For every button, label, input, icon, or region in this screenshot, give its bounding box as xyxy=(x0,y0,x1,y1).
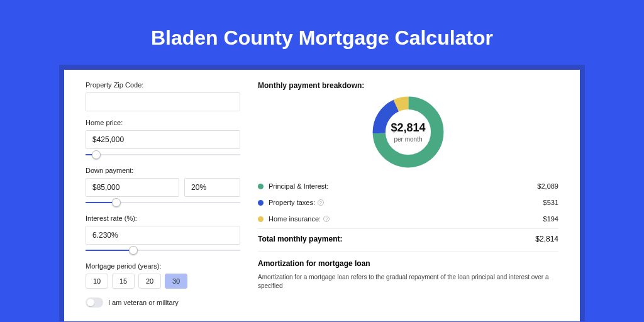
veteran-row: I am veteran or military xyxy=(86,297,240,308)
legend-label-text: Home insurance: xyxy=(269,215,321,223)
home-price-slider[interactable] xyxy=(86,150,240,159)
zip-input[interactable] xyxy=(86,92,240,111)
veteran-toggle[interactable] xyxy=(86,297,103,308)
home-price-label: Home price: xyxy=(86,119,240,126)
interest-input[interactable] xyxy=(86,226,240,245)
legend-list: Principal & Interest:$2,089Property taxe… xyxy=(258,178,558,227)
calculator-card: Property Zip Code: Home price: Down paym… xyxy=(64,70,580,321)
donut-sub: per month xyxy=(391,136,425,143)
legend-dot-icon xyxy=(258,216,264,222)
legend-value: $531 xyxy=(543,199,558,206)
amortization-section: Amortization for mortgage loan Amortizat… xyxy=(258,251,558,291)
legend-row: Property taxes:?$531 xyxy=(258,194,558,211)
period-group: Mortgage period (years): 10152030 xyxy=(86,262,240,289)
legend-row: Home insurance:?$194 xyxy=(258,211,558,227)
legend-value: $2,089 xyxy=(537,182,558,190)
zip-label: Property Zip Code: xyxy=(86,81,240,89)
period-option-20[interactable]: 20 xyxy=(138,274,161,289)
outer-band: Property Zip Code: Home price: Down paym… xyxy=(59,65,585,321)
period-label: Mortgage period (years): xyxy=(86,262,240,270)
interest-slider[interactable] xyxy=(86,246,240,255)
legend-dot-icon xyxy=(258,200,264,206)
period-options: 10152030 xyxy=(86,274,240,289)
down-payment-slider[interactable] xyxy=(86,198,240,207)
down-payment-pct-input[interactable] xyxy=(184,178,240,197)
legend-dot-icon xyxy=(258,184,264,189)
breakdown-title: Monthly payment breakdown: xyxy=(258,81,558,90)
veteran-label: I am veteran or military xyxy=(108,299,179,306)
legend-label: Principal & Interest: xyxy=(269,182,537,190)
down-payment-group: Down payment: xyxy=(86,167,240,207)
total-label: Total monthly payment: xyxy=(258,235,535,243)
period-option-30[interactable]: 30 xyxy=(165,274,187,289)
amortization-body: Amortization for a mortgage loan refers … xyxy=(258,273,558,291)
legend-value: $194 xyxy=(543,215,558,223)
home-price-input[interactable] xyxy=(86,130,240,149)
donut-chart: $2,814 per month xyxy=(258,94,558,170)
period-option-15[interactable]: 15 xyxy=(112,274,135,289)
period-option-10[interactable]: 10 xyxy=(86,274,108,289)
interest-label: Interest rate (%): xyxy=(86,214,240,222)
breakdown-panel: Monthly payment breakdown: $2,814 per mo… xyxy=(258,81,558,321)
total-row: Total monthly payment: $2,814 xyxy=(258,228,558,243)
donut-amount: $2,814 xyxy=(391,121,425,135)
info-icon[interactable]: ? xyxy=(323,216,330,222)
zip-group: Property Zip Code: xyxy=(86,81,240,111)
legend-label: Property taxes:? xyxy=(269,199,543,206)
down-payment-label: Down payment: xyxy=(86,167,240,174)
legend-label-text: Principal & Interest: xyxy=(269,182,328,190)
legend-label: Home insurance:? xyxy=(269,215,543,223)
page-title: Bladen County Mortgage Calculator xyxy=(0,0,644,65)
down-payment-amount-input[interactable] xyxy=(86,178,179,197)
info-icon[interactable]: ? xyxy=(318,199,324,206)
legend-row: Principal & Interest:$2,089 xyxy=(258,178,558,194)
form-panel: Property Zip Code: Home price: Down paym… xyxy=(86,81,240,321)
interest-group: Interest rate (%): xyxy=(86,214,240,255)
amortization-title: Amortization for mortgage loan xyxy=(258,259,558,268)
total-value: $2,814 xyxy=(535,235,558,243)
home-price-group: Home price: xyxy=(86,119,240,159)
donut-center: $2,814 per month xyxy=(391,121,425,143)
legend-label-text: Property taxes: xyxy=(269,199,315,206)
